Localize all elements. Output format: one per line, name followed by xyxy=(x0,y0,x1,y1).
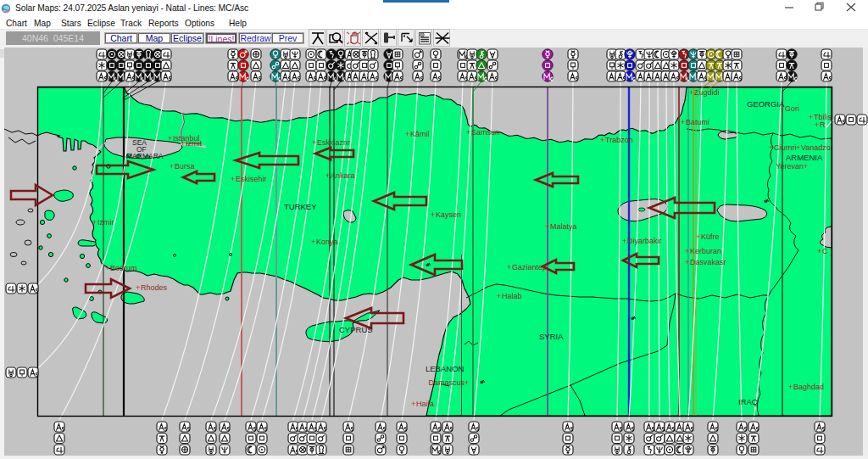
svg-text:+: + xyxy=(804,161,809,171)
svg-text:ARMENIA: ARMENIA xyxy=(786,153,823,162)
svg-text:Bursa: Bursa xyxy=(175,162,195,171)
svg-text:Ankara: Ankara xyxy=(331,171,355,180)
svg-text:Küfre: Küfre xyxy=(701,232,720,241)
svg-text:Gori: Gori xyxy=(785,104,799,113)
svg-text:Eskisehir: Eskisehir xyxy=(236,175,267,183)
svg-text:Malatya: Malatya xyxy=(550,222,577,231)
svg-text:Samsun: Samsun xyxy=(471,128,499,137)
svg-text:Batumi: Batumi xyxy=(686,118,709,126)
svg-text:Gaziantep: Gaziantep xyxy=(512,263,547,271)
svg-text:Kayseri: Kayseri xyxy=(436,210,461,219)
svg-text:Kâmil: Kâmil xyxy=(410,130,430,138)
svg-text:GEORGIA: GEORGIA xyxy=(747,99,785,109)
svg-text:Giumri: Giumri xyxy=(774,143,797,152)
svg-text:Yerevan: Yerevan xyxy=(776,162,804,171)
svg-text:R: R xyxy=(820,120,826,129)
svg-text:Dasvakasr: Dasvakasr xyxy=(690,258,726,266)
svg-text:Diyarbakir: Diyarbakir xyxy=(627,237,662,245)
svg-text:CYPRUS: CYPRUS xyxy=(339,325,373,334)
svg-text:Izmir: Izmir xyxy=(97,218,114,227)
svg-text:Trabzon: Trabzon xyxy=(605,136,633,144)
svg-text:Haifa: Haifa xyxy=(416,400,434,408)
svg-text:Halab: Halab xyxy=(502,292,522,300)
svg-text:Kerburan: Kerburan xyxy=(690,247,721,255)
svg-text:+: + xyxy=(465,378,470,387)
svg-text:Rhodes: Rhodes xyxy=(141,283,168,292)
svg-text:Baghdad: Baghdad xyxy=(793,383,824,391)
svg-text:Bodrum: Bodrum xyxy=(110,264,137,272)
svg-text:SYRIA: SYRIA xyxy=(539,332,564,341)
svg-text:LEBANON: LEBANON xyxy=(426,364,465,373)
svg-text:Vanadzo: Vanadzo xyxy=(801,143,831,152)
svg-text:IRAQ: IRAQ xyxy=(738,397,758,406)
svg-text:TURKEY: TURKEY xyxy=(284,202,317,211)
svg-text:Damascus: Damascus xyxy=(428,378,465,387)
svg-text:Izmit: Izmit xyxy=(186,139,202,148)
svg-text:C: C xyxy=(822,247,828,255)
svg-text:Konya: Konya xyxy=(316,238,338,246)
svg-text:Eskicaznr: Eskicaznr xyxy=(317,138,350,147)
svg-text:MARMARA: MARMARA xyxy=(126,152,164,160)
